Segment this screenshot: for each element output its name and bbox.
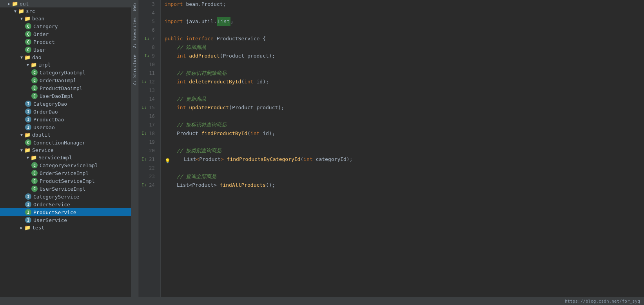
tree-item-service[interactable]: ▼ 📁 Service [0,146,131,154]
line-4: 4 [152,9,154,17]
method-findallproducts: findAllProducts [220,181,266,189]
code-line-15: int updateProduct (Product product); [165,103,644,112]
tree-label-productdao: ProductDao [33,117,64,123]
badge-productdaoimpl: C [31,85,38,91]
vtab-favorites[interactable]: 2: Favorites [131,14,138,51]
comment-23: // 查询全部商品 [165,172,217,181]
file-tree: ▶ 📁 out ▼ 📁 src ▼ 📁 bean C Category [0,0,131,305]
highlight-list: List [217,17,230,26]
folder-icon-dao: 📁 [24,54,31,60]
code-line-24: List<Product> findAllProducts (); [165,181,644,189]
folder-icon-serviceimpl: 📁 [31,155,37,161]
comment-14: // 更新商品 [165,95,207,103]
arrow-service: ▼ [19,148,24,152]
tree-item-orderdao[interactable]: I OrderDao [0,108,131,116]
method-findproductsbycategoryid: findProductsByCategoryId [227,155,301,164]
line-num-6: 6 [141,26,157,34]
line-num-4: 4 [141,9,157,17]
tree-item-orderservice[interactable]: I OrderService [0,200,131,208]
tree-label-categoryservice: CategoryService [33,194,79,200]
tree-item-dao[interactable]: ▼ 📁 dao [0,54,131,61]
tree-label-categorydao: CategoryDao [33,101,67,107]
line-num-14: 14 [141,95,157,103]
tree-item-src[interactable]: ▼ 📁 src [0,7,131,15]
tree-item-userdao[interactable]: I UserDao [0,123,131,131]
kw-public-7: public [165,34,183,43]
badge-connectionmanager: C [25,139,31,146]
arrow-bean: ▼ [19,16,24,21]
tree-item-bean[interactable]: ▼ 📁 bean [0,15,131,22]
line-num-19: 19 [141,138,157,146]
tree-item-orderserviceimpl[interactable]: C OrderServiceImpl [0,169,131,177]
folder-icon-impl: 📁 [31,62,37,68]
tree-label-productservice: ProductService [33,209,76,215]
tree-item-productserviceimpl[interactable]: C ProductServiceImpl [0,177,131,185]
folder-icon-service: 📁 [24,147,31,153]
line-num-13: 13 [141,86,157,95]
line-num-17: 17 [141,121,157,129]
tree-item-user-bean[interactable]: C User [0,46,131,54]
arrow-serviceimpl: ▼ [25,155,31,160]
tree-item-product-bean[interactable]: C Product [0,38,131,46]
gutter-9: I↓ [144,52,149,60]
line-num-9: I↓ 9 [141,52,157,60]
code-line-22 [165,164,644,172]
line-22: 22 [149,164,154,172]
tree-item-test[interactable]: ▶ 📁 test [0,224,131,231]
tree-item-categorydaoimpl[interactable]: C CategoryDaoImpl [0,69,131,76]
vtab-web[interactable]: Web [131,0,138,14]
code-line-12: int deleteProductById (int id); [165,78,644,86]
line-num-16: 16 [141,112,157,121]
line-7: 7 [152,34,154,43]
tree-item-userservice[interactable]: I UserService [0,216,131,224]
line-num-7: I↓ 7 [141,34,157,43]
line-21: 21 [149,155,154,164]
tree-item-out[interactable]: ▶ 📁 out [0,0,131,7]
line-num-23: 23 [141,172,157,181]
badge-productservice: I [25,209,31,215]
line-23: 23 [149,172,154,181]
tree-item-orderdaoimpl[interactable]: C OrderDaoImpl [0,76,131,84]
code-editor: 3 4 5 6 I↓ 7 8 I↓ [138,0,644,305]
tree-item-productdao[interactable]: I ProductDao [0,116,131,123]
kw-int-9: int [177,52,186,60]
tree-item-categoryserviceimpl[interactable]: C CategoryServiceImpl [0,161,131,169]
badge-productserviceimpl: C [31,178,38,184]
tree-item-productdaoimpl[interactable]: C ProductDaoimpl [0,84,131,92]
folder-icon-test: 📁 [24,225,31,231]
line-24: 24 [149,181,154,189]
tree-label-product-bean: Product [33,39,55,45]
comment-20: // 按类别查询商品 [165,146,222,155]
badge-userserviceimpl: C [31,186,38,192]
badge-product-bean: C [25,39,31,45]
tree-item-categorydao[interactable]: I CategoryDao [0,100,131,108]
folder-icon-src: 📁 [18,8,24,14]
code-line-23: // 查询全部商品 [165,172,644,181]
tree-item-category[interactable]: C Category [0,22,131,30]
vtab-structure[interactable]: Z: Structure [131,51,138,88]
tree-label-orderdaoimpl: OrderDaoImpl [40,78,76,83]
badge-categoryservice: I [25,193,31,200]
code-line-6 [165,26,644,34]
code-line-18: Product findProductById (int id); [165,129,644,138]
tree-item-impl[interactable]: ▼ 📁 impl [0,61,131,69]
gutter-12: I↓ [141,78,147,86]
code-line-21: 💡 List<Product> findProductsByCategoryId… [165,155,644,164]
tree-item-order[interactable]: C Order [0,30,131,38]
tree-label-userserviceimpl: UserServiceImpl [40,186,85,192]
tree-item-userdaoimpl[interactable]: C UserDaoImpl [0,92,131,100]
tree-item-userserviceimpl[interactable]: C UserServiceImpl [0,185,131,193]
tree-item-serviceimpl[interactable]: ▼ 📁 ServiceImpl [0,154,131,161]
badge-orderdao: I [25,108,31,115]
gutter-7: I↓ [144,34,149,43]
tree-item-connectionmanager[interactable]: C ConnectionManager [0,139,131,146]
line-20: 20 [149,146,154,155]
tree-label-dao: dao [32,54,41,60]
tree-item-productservice[interactable]: I ProductService [0,208,131,216]
tree-item-categoryservice[interactable]: I CategoryService [0,193,131,200]
tree-label-order: Order [33,31,49,37]
tree-item-dbutil[interactable]: ▼ 📁 dbutil [0,131,131,139]
code-line-14: // 更新商品 [165,95,644,103]
bottom-bar: https://blog.csdn.net/for_syq [0,297,644,305]
line-num-20: 20 [141,146,157,155]
